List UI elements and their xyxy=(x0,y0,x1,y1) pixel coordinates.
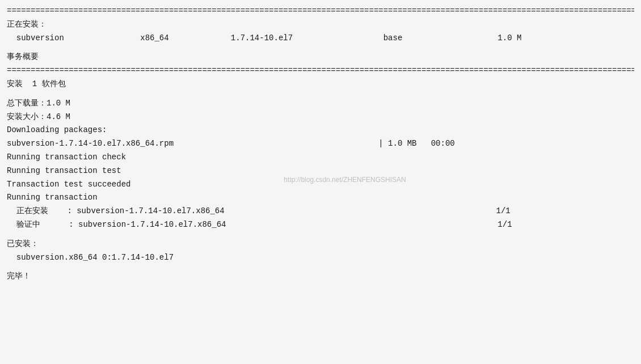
package-row: subversion x86_64 1.7.14-10.el7 base 1.0… xyxy=(7,32,634,45)
separator-middle: ========================================… xyxy=(7,64,634,78)
terminal-window: ========================================… xyxy=(0,0,641,364)
verifying: 验证中 : subversion-1.7.14-10.el7.x86_64 1/… xyxy=(7,218,634,232)
separator-top: ========================================… xyxy=(7,5,634,18)
install-count: 安装 1 软件包 xyxy=(7,78,634,91)
running-transaction: Running transaction xyxy=(7,191,634,205)
total-download: 总下载量：1.0 M xyxy=(7,97,634,111)
install-size: 安装大小：4.6 M xyxy=(7,111,634,124)
complete-message: 完毕！ xyxy=(7,270,634,283)
installing-label: 正在安装： xyxy=(7,18,634,32)
installed-package: subversion.x86_64 0:1.7.14-10.el7 xyxy=(7,251,634,265)
test-succeeded: Transaction test succeeded xyxy=(7,178,634,192)
running-test: Running transaction test xyxy=(7,164,634,178)
rpm-line: subversion-1.7.14-10.el7.x86_64.rpm | 1.… xyxy=(7,137,634,151)
installed-label: 已安装： xyxy=(7,238,634,251)
downloading-packages: Downloading packages: xyxy=(7,124,634,137)
running-check: Running transaction check xyxy=(7,151,634,164)
transaction-summary-label: 事务概要 xyxy=(7,50,634,64)
installing-detail: 正在安装 : subversion-1.7.14-10.el7.x86_64 1… xyxy=(7,205,634,218)
